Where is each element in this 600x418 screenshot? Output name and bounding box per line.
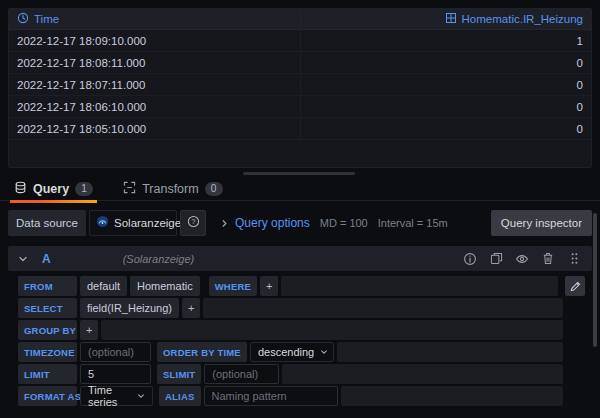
from-row: FROM default Homematic WHERE + <box>18 276 585 296</box>
drag-handle-icon[interactable] <box>566 251 582 267</box>
select-row-filler <box>203 298 563 318</box>
database-icon <box>14 181 27 197</box>
timezone-row-filler <box>337 342 563 362</box>
table-row: 2022-12-17 18:09:10.000 1 <box>9 30 591 52</box>
query-row-actions <box>462 251 582 267</box>
alias-label: ALIAS <box>159 386 201 406</box>
table-row: 2022-12-17 18:06:10.000 0 <box>9 96 591 118</box>
query-ref-id: A <box>42 252 51 266</box>
chevron-right-icon <box>220 214 229 232</box>
column-header-value[interactable]: Homematic.IR_Heizung <box>300 9 592 29</box>
measurement-segment[interactable]: Homematic <box>130 276 200 296</box>
query-toolbar: Data source Solaranzeige ? Query options… <box>8 210 592 236</box>
column-header-time[interactable]: Time <box>9 9 300 29</box>
format-as-select[interactable]: Time series <box>80 386 153 406</box>
group-by-label: GROUP BY <box>18 320 77 340</box>
retention-policy-segment[interactable]: default <box>80 276 127 296</box>
cell-value: 0 <box>300 96 592 117</box>
format-alias-row: FORMAT AS Time series ALIAS <box>18 386 563 406</box>
query-inspector-button[interactable]: Query inspector <box>491 210 592 236</box>
hide-query-eye-icon[interactable] <box>514 251 530 267</box>
group-by-row-filler <box>101 320 563 340</box>
chevron-down-icon <box>320 346 328 358</box>
datasource-picker[interactable]: Solaranzeige <box>89 210 177 236</box>
format-as-label: FORMAT AS <box>18 386 77 406</box>
query-datasource-hint: (Solaranzeige) <box>123 253 195 265</box>
from-label: FROM <box>18 276 77 296</box>
duplicate-query-icon[interactable] <box>488 251 504 267</box>
cell-time: 2022-12-17 18:09:10.000 <box>9 30 300 51</box>
format-as-value: Time series <box>88 384 131 408</box>
cell-value: 0 <box>300 74 592 95</box>
where-label: WHERE <box>209 276 257 296</box>
table-panel: Time Homematic.IR_Heizung 2022-12-17 18:… <box>8 8 592 168</box>
select-label: SELECT <box>18 298 77 318</box>
slimit-input[interactable] <box>204 364 279 384</box>
pane-resize-handle[interactable] <box>243 172 355 175</box>
remove-query-trash-icon[interactable] <box>540 251 556 267</box>
column-header-time-label: Time <box>34 13 59 25</box>
cell-value: 1 <box>300 30 592 51</box>
limit-label: LIMIT <box>18 364 77 384</box>
add-where-condition-button[interactable]: + <box>260 276 278 296</box>
tab-transform[interactable]: Transform 0 <box>119 177 227 201</box>
svg-text:?: ? <box>191 218 195 225</box>
limit-row-filler <box>282 364 563 384</box>
query-options-label: Query options <box>235 216 310 230</box>
grid-icon <box>445 12 457 26</box>
influx-query-editor: FROM default Homematic WHERE + SELECT fi… <box>18 276 585 408</box>
grafana-panel-edit-view: Time Homematic.IR_Heizung 2022-12-17 18:… <box>0 0 600 418</box>
collapse-chevron-icon[interactable] <box>18 250 28 268</box>
order-by-time-value: descending <box>258 346 314 358</box>
select-field-segment[interactable]: field(IR_Heizung) <box>80 298 179 318</box>
query-count-badge: 1 <box>75 182 93 196</box>
toggle-raw-query-pencil-button[interactable] <box>565 276 585 296</box>
clock-icon <box>17 12 29 26</box>
order-by-time-select[interactable]: descending <box>250 342 334 362</box>
timezone-label: TIMEZONE <box>18 342 77 362</box>
cell-time: 2022-12-17 18:07:11.000 <box>9 74 300 95</box>
tab-query-label: Query <box>33 182 69 196</box>
cell-value: 0 <box>300 118 592 139</box>
timezone-input[interactable] <box>80 342 151 362</box>
cell-time: 2022-12-17 18:08:11.000 <box>9 52 300 73</box>
table-row: 2022-12-17 18:08:11.000 0 <box>9 52 591 74</box>
table-header-row: Time Homematic.IR_Heizung <box>9 9 591 30</box>
table-row: 2022-12-17 18:07:11.000 0 <box>9 74 591 96</box>
order-by-time-label: ORDER BY TIME <box>157 342 247 362</box>
tab-transform-label: Transform <box>142 182 199 196</box>
info-circle-icon[interactable] <box>462 251 478 267</box>
transform-icon <box>123 181 136 197</box>
limit-input[interactable] <box>80 364 151 384</box>
tab-query[interactable]: Query 1 <box>10 177 97 201</box>
query-options-toggle[interactable]: Query options <box>220 214 310 232</box>
add-select-part-button[interactable]: + <box>182 298 200 318</box>
limit-row: LIMIT SLIMIT <box>18 364 563 384</box>
transform-count-badge: 0 <box>205 182 223 196</box>
vertical-scrollbar-thumb[interactable] <box>593 213 597 347</box>
add-group-by-button[interactable]: + <box>80 320 98 340</box>
group-by-row: GROUP BY + <box>18 320 563 340</box>
datasource-logo-icon <box>96 214 109 232</box>
timezone-order-row: TIMEZONE ORDER BY TIME descending <box>18 342 563 362</box>
question-circle-icon: ? <box>187 214 200 232</box>
from-row-filler <box>281 276 558 296</box>
max-data-points-readout: MD = 100 <box>320 217 368 229</box>
datasource-help-button[interactable]: ? <box>180 210 206 236</box>
datasource-label: Data source <box>8 210 86 236</box>
alias-row-filler <box>341 386 564 406</box>
slimit-label: SLIMIT <box>157 364 201 384</box>
cell-time: 2022-12-17 18:06:10.000 <box>9 96 300 117</box>
select-row: SELECT field(IR_Heizung) + <box>18 298 563 318</box>
cell-value: 0 <box>300 52 592 73</box>
editor-tabbar: Query 1 Transform 0 <box>0 177 600 201</box>
cell-time: 2022-12-17 18:05:10.000 <box>9 118 300 139</box>
query-row-header[interactable]: A (Solaranzeige) <box>8 246 592 271</box>
table-row: 2022-12-17 18:05:10.000 0 <box>9 118 591 140</box>
chevron-down-icon <box>137 390 145 402</box>
column-header-value-label: Homematic.IR_Heizung <box>462 13 583 25</box>
interval-readout: Interval = 15m <box>378 217 448 229</box>
datasource-value: Solaranzeige <box>114 217 181 229</box>
alias-input[interactable] <box>204 386 338 406</box>
